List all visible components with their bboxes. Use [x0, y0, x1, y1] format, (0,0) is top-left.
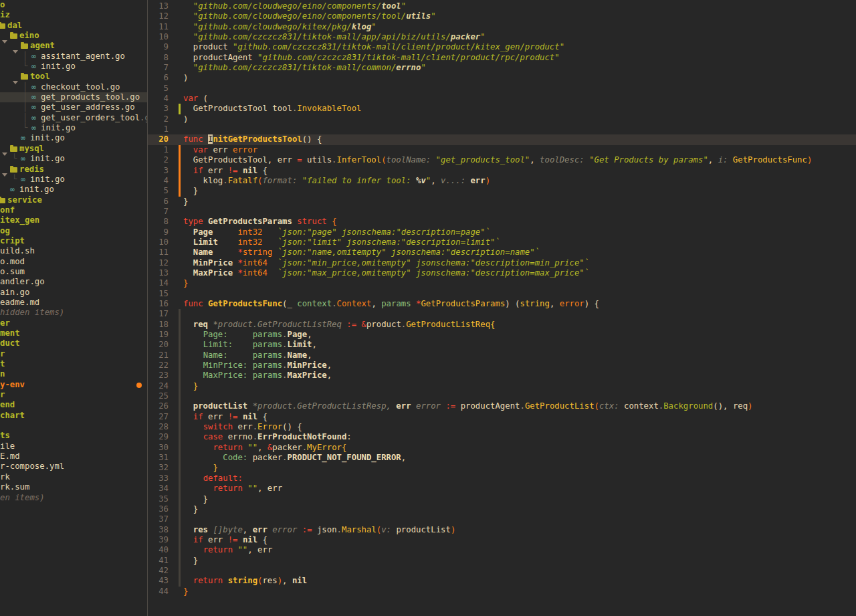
- code-line[interactable]: 21 Name: params.Name,: [148, 350, 856, 361]
- tree-item[interactable]: chart: [0, 411, 147, 421]
- tree-item[interactable]: │∞checkout_tool.go: [0, 82, 147, 92]
- code-line[interactable]: 22 MinPrice: params.MinPrice,: [148, 361, 856, 371]
- code-line[interactable]: 2 GetProductsTool, err = utils.InferTool…: [148, 155, 856, 165]
- code-line[interactable]: 15: [148, 289, 856, 299]
- tree-item[interactable]: r: [0, 349, 147, 359]
- code-line[interactable]: 34 return "", err: [148, 484, 856, 494]
- tree-item[interactable]: │∞assitant_agent.go: [0, 52, 147, 62]
- code-line[interactable]: 27 if err != nil {: [148, 412, 856, 422]
- tree-item[interactable]: cript: [0, 236, 147, 246]
- code-line[interactable]: 1 var err error: [148, 145, 856, 155]
- tree-item[interactable]: andler.go: [0, 277, 147, 287]
- tree-item[interactable]: E.md: [0, 451, 147, 461]
- code-line[interactable]: 6): [148, 73, 856, 83]
- code-line[interactable]: 9 product "github.com/czczcz831/tiktok-m…: [148, 42, 856, 52]
- code-line[interactable]: 5 }: [148, 186, 856, 196]
- code-line[interactable]: 3 if err != nil {: [148, 166, 856, 176]
- code-line[interactable]: 7: [148, 207, 856, 217]
- code-line[interactable]: 20 Limit: params.Limit,: [148, 340, 856, 350]
- tree-item[interactable]: onf: [0, 205, 147, 215]
- tree-item[interactable]: redis: [0, 165, 147, 175]
- tree-item[interactable]: service: [0, 195, 147, 205]
- tree-item[interactable]: ts: [0, 431, 147, 441]
- tree-item[interactable]: hidden items): [0, 308, 147, 318]
- tree-item[interactable]: eadme.md: [0, 298, 147, 308]
- code-line[interactable]: 6}: [148, 197, 856, 207]
- code-line[interactable]: 13 MaxPrice *int64 `json:"max_price,omit…: [148, 268, 856, 278]
- tree-item[interactable]: r-compose.yml: [0, 461, 147, 472]
- tree-item[interactable]: mysql: [0, 144, 147, 154]
- code-line[interactable]: 7 "github.com/czczcz831/tiktok-mall/comm…: [148, 63, 856, 73]
- code-line[interactable]: 28 switch err.Error() {: [148, 422, 856, 432]
- code-buffer[interactable]: 13 "github.com/cloudwego/eino/components…: [148, 1, 856, 597]
- code-line[interactable]: 1: [148, 124, 856, 134]
- tree-item[interactable]: eino: [0, 31, 147, 41]
- code-line[interactable]: 42: [148, 566, 856, 576]
- code-line-current[interactable]: 20func InitGetProductsTool() {: [148, 134, 856, 144]
- tree-item[interactable]: duct: [0, 338, 147, 348]
- code-line[interactable]: 30 return "", &packer.MyError{: [148, 443, 856, 453]
- tree-item[interactable]: └∞init.go: [0, 123, 147, 133]
- code-line[interactable]: 29 case errno.ErrProductNotFound:: [148, 432, 856, 442]
- tree-item[interactable]: rk.sum: [0, 482, 147, 492]
- tree-item[interactable]: ∞init.go: [0, 185, 147, 195]
- tree-item[interactable]: rk: [0, 472, 147, 482]
- tree-item[interactable]: tool: [0, 72, 147, 82]
- code-line[interactable]: 25: [148, 391, 856, 401]
- tree-item[interactable]: er: [0, 318, 147, 328]
- tree-item[interactable]: t: [0, 359, 147, 369]
- tree-item[interactable]: agent: [0, 41, 147, 51]
- tree-item[interactable]: itex_gen: [0, 215, 147, 225]
- code-line[interactable]: 36 }: [148, 504, 856, 514]
- code-line[interactable]: 9 Page int32 `json:"page" jsonschema:"de…: [148, 227, 856, 237]
- tree-item[interactable]: uild.sh: [0, 246, 147, 256]
- code-line[interactable]: 26 productList *product.GetProductListRe…: [148, 401, 856, 411]
- code-line[interactable]: 12 "github.com/cloudwego/eino/components…: [148, 11, 856, 21]
- code-line[interactable]: 43 return string(res), nil: [148, 576, 856, 586]
- code-line[interactable]: 31 Code: packer.PRODUCT_NOT_FOUND_ERROR,: [148, 453, 856, 463]
- code-line[interactable]: 5: [148, 84, 856, 94]
- tree-item[interactable]: og: [0, 226, 147, 236]
- tree-item[interactable]: o: [0, 0, 147, 10]
- code-line[interactable]: 13 "github.com/cloudwego/eino/components…: [148, 1, 856, 11]
- code-line[interactable]: 37: [148, 514, 856, 524]
- tree-item[interactable]: │∞get_user_orders_tool.go: [0, 113, 147, 123]
- tree-item[interactable]: ain.go: [0, 288, 147, 298]
- tree-item[interactable]: └∞init.go: [0, 62, 147, 72]
- tree-item[interactable]: ile: [0, 441, 147, 451]
- tree-item[interactable]: o.sum: [0, 267, 147, 277]
- tree-item[interactable]: └∞init.go: [0, 154, 147, 164]
- tree-item[interactable]: └∞init.go: [0, 175, 147, 185]
- code-line[interactable]: 10 "github.com/czczcz831/tiktok-mall/app…: [148, 32, 856, 42]
- code-line[interactable]: 18 req *product.GetProductListReq := &pr…: [148, 320, 856, 330]
- tree-item[interactable]: iz: [0, 10, 147, 20]
- code-line[interactable]: 38 res []byte, err error := json.Marshal…: [148, 525, 856, 535]
- code-line[interactable]: 41 }: [148, 556, 856, 566]
- code-line[interactable]: 40 return "", err: [148, 545, 856, 555]
- tree-item[interactable]: en items): [0, 493, 147, 503]
- code-line[interactable]: 16func GetProductsFunc(_ context.Context…: [148, 299, 856, 309]
- tree-item[interactable]: n: [0, 369, 147, 379]
- code-line[interactable]: 4 klog.Fatalf(format: "failed to infer t…: [148, 176, 856, 186]
- code-line[interactable]: 2): [148, 114, 856, 124]
- tree-item[interactable]: r: [0, 390, 147, 400]
- tree-item[interactable]: │∞get_user_address.go: [0, 102, 147, 112]
- tree-item[interactable]: end: [0, 400, 147, 410]
- code-line[interactable]: 24 }: [148, 381, 856, 391]
- code-line[interactable]: 8 productAgent "github.com/czczcz831/tik…: [148, 53, 856, 63]
- tree-item[interactable]: ∞init.go: [0, 133, 147, 143]
- tree-item[interactable]: ment: [0, 328, 147, 338]
- code-line[interactable]: 33 default:: [148, 474, 856, 484]
- code-line[interactable]: 35 }: [148, 494, 856, 504]
- code-line[interactable]: 17: [148, 309, 856, 319]
- code-line[interactable]: 3 GetProductsTool tool.InvokableTool: [148, 104, 856, 114]
- code-line[interactable]: 44}: [148, 587, 856, 597]
- code-line[interactable]: 23 MaxPrice: params.MaxPrice,: [148, 371, 856, 381]
- code-line[interactable]: 11 Name *string `json:"name,omitempty" j…: [148, 247, 856, 258]
- code-line[interactable]: 19 Page: params.Page,: [148, 330, 856, 340]
- code-line[interactable]: 14}: [148, 278, 856, 288]
- tree-item[interactable]: dal: [0, 21, 147, 31]
- code-line[interactable]: 12 MinPrice *int64 `json:"min_price,omit…: [148, 258, 856, 268]
- code-line[interactable]: 11 "github.com/cloudwego/kitex/pkg/klog": [148, 22, 856, 32]
- code-line[interactable]: 4var (: [148, 94, 856, 104]
